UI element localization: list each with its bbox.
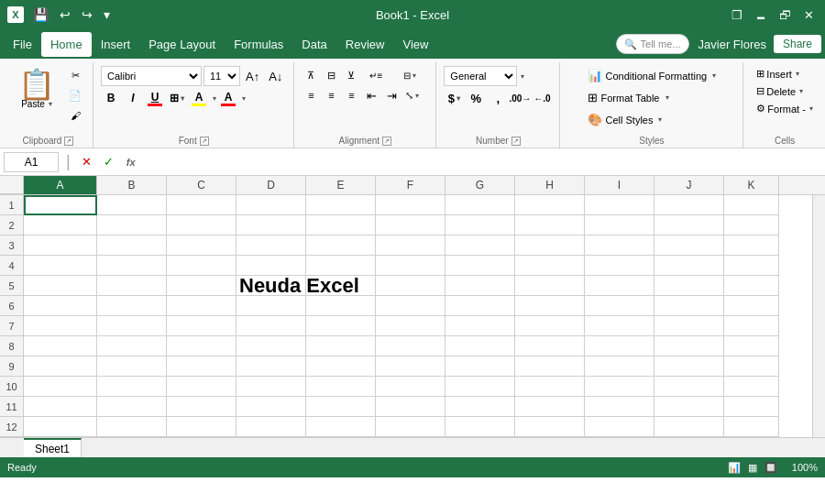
cell-C6[interactable] [167,296,236,316]
cell-G6[interactable] [446,296,515,316]
format-table-arrow[interactable]: ▾ [666,93,669,102]
cell-H10[interactable] [515,377,585,397]
menu-file[interactable]: File [4,32,41,57]
row-header-2[interactable]: 2 [0,215,24,236]
number-format-select[interactable]: General [444,66,517,86]
cell-G12[interactable] [446,417,515,437]
cell-K9[interactable] [724,356,779,377]
cell-E6[interactable] [306,296,376,316]
cell-I7[interactable] [585,316,654,336]
conditional-formatting-arrow[interactable]: ▾ [712,71,716,80]
currency-button[interactable]: $▾ [444,88,464,108]
restore-page-icon[interactable]: ❐ [728,5,746,24]
cell-G4[interactable] [446,256,515,276]
normal-view-icon[interactable]: 📊 [728,462,741,474]
cell-C1[interactable] [167,195,236,215]
underline-button[interactable]: U [145,88,165,108]
cell-B10[interactable] [97,377,167,397]
cell-K1[interactable] [724,195,779,215]
minimize-button[interactable]: 🗕 [752,5,770,24]
row-header-6[interactable]: 6 [0,296,24,316]
italic-button[interactable]: I [123,88,143,108]
decrease-decimal-button[interactable]: .00→ [510,88,530,108]
font-name-select[interactable]: Calibri [101,66,202,86]
cell-F4[interactable] [376,256,446,276]
decrease-indent-button[interactable]: ⇤ [362,86,380,104]
cell-G5[interactable] [446,276,515,296]
col-header-j[interactable]: J [654,176,724,194]
cell-K11[interactable] [724,397,779,417]
cell-G8[interactable] [446,336,515,356]
cell-D10[interactable] [236,377,306,397]
restore-button[interactable]: 🗗 [776,5,794,24]
row-header-3[interactable]: 3 [0,236,24,256]
copy-button[interactable]: 📄 [65,86,85,104]
row-header-4[interactable]: 4 [0,256,24,276]
cell-H2[interactable] [515,215,585,236]
cell-F11[interactable] [376,397,446,417]
format-painter-button[interactable]: 🖌 [65,106,85,125]
paste-button[interactable]: 📋 Paste ▾ [11,66,62,113]
cell-E11[interactable] [306,397,376,417]
tell-me-input[interactable]: 🔍 Tell me... [616,34,689,54]
cell-E3[interactable] [306,236,376,256]
cell-A9[interactable] [24,356,97,377]
cell-C5[interactable] [167,276,236,296]
cell-E7[interactable] [306,316,376,336]
center-align-button[interactable]: ≡ [322,86,340,104]
cell-C10[interactable] [167,377,236,397]
delete-cells-button[interactable]: ⊟ Delete ▾ [751,83,808,99]
cell-E12[interactable] [306,417,376,437]
cell-B2[interactable] [97,215,167,236]
col-header-h[interactable]: H [515,176,585,194]
cell-G2[interactable] [446,215,515,236]
cell-A2[interactable] [24,215,97,236]
cell-H4[interactable] [515,256,585,276]
format-table-button[interactable]: ⊞ Format Table ▾ [580,88,676,107]
cell-I11[interactable] [585,397,654,417]
cell-H1[interactable] [515,195,585,215]
cell-H11[interactable] [515,397,585,417]
cell-J3[interactable] [654,236,724,256]
cell-B8[interactable] [97,336,167,356]
merge-center-button[interactable]: ⊟▾ [391,66,428,84]
more-quick-access-icon[interactable]: ▾ [100,5,114,24]
cell-J5[interactable] [654,276,724,296]
col-header-f[interactable]: F [376,176,446,194]
bottom-align-button[interactable]: ⊻ [342,66,360,84]
cell-J4[interactable] [654,256,724,276]
cell-A7[interactable] [24,316,97,336]
undo-icon[interactable]: ↩ [56,5,74,24]
cell-F6[interactable] [376,296,446,316]
cell-B3[interactable] [97,236,167,256]
cell-K7[interactable] [724,316,779,336]
cell-D1[interactable] [236,195,306,215]
cell-F3[interactable] [376,236,446,256]
insert-dropdown-arrow[interactable]: ▾ [796,70,799,78]
cell-K2[interactable] [724,215,779,236]
cell-A6[interactable] [24,296,97,316]
cell-F1[interactable] [376,195,446,215]
orientation-button[interactable]: ⤡▾ [402,86,421,104]
select-all-button[interactable] [0,176,24,194]
insert-function-button[interactable]: fx [122,153,140,171]
cell-B11[interactable] [97,397,167,417]
cell-B5[interactable] [97,276,167,296]
cell-I1[interactable] [585,195,654,215]
border-button[interactable]: ⊞▾ [167,88,187,108]
cell-I5[interactable] [585,276,654,296]
cell-K3[interactable] [724,236,779,256]
col-header-c[interactable]: C [167,176,236,194]
delete-dropdown-arrow[interactable]: ▾ [799,87,803,95]
cell-G7[interactable] [446,316,515,336]
cell-H6[interactable] [515,296,585,316]
confirm-formula-button[interactable]: ✓ [100,153,118,171]
cell-E8[interactable] [306,336,376,356]
cell-C3[interactable] [167,236,236,256]
left-align-button[interactable]: ≡ [302,86,320,104]
page-layout-icon[interactable]: 🔲 [764,462,777,474]
close-button[interactable]: ✕ [799,5,818,24]
cell-I12[interactable] [585,417,654,437]
cell-J6[interactable] [654,296,724,316]
menu-formulas[interactable]: Formulas [225,32,292,57]
